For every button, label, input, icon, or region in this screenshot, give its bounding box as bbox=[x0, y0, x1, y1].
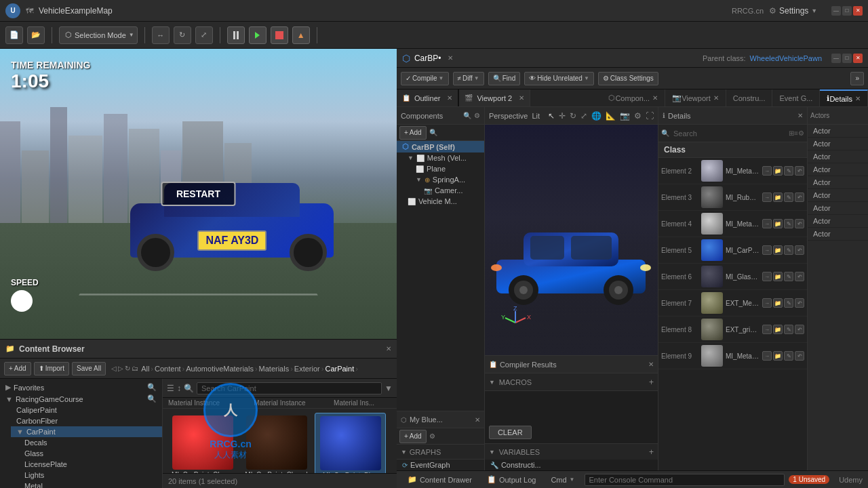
console-input[interactable] bbox=[585, 474, 785, 486]
actor-2[interactable]: Actor bbox=[808, 138, 868, 150]
sidebar-lights[interactable]: Lights bbox=[11, 470, 162, 481]
bp-tab-components[interactable]: ⬡ Compon... ✕ bbox=[601, 89, 665, 106]
rotate-mode-icon[interactable]: ↻ bbox=[570, 111, 576, 121]
search-icon[interactable]: 🔍 bbox=[147, 383, 157, 392]
sidebar-glass[interactable]: Glass bbox=[11, 448, 162, 459]
path-materials[interactable]: Materials bbox=[259, 365, 290, 373]
lit-label[interactable]: Lit bbox=[532, 112, 540, 120]
output-log-tab[interactable]: 📋 Output Log bbox=[481, 474, 541, 485]
diff-button[interactable]: ≠ Diff ▼ bbox=[453, 72, 484, 85]
elem7-reset-icon[interactable]: ↶ bbox=[795, 298, 804, 308]
variables-add-icon[interactable]: + bbox=[649, 447, 654, 457]
comp-spring[interactable]: ▼ ⊕ SpringA... bbox=[397, 174, 484, 185]
material-cherry[interactable]: MI_CarPaint_Cherry Material Instance bbox=[167, 413, 238, 473]
selection-mode-button[interactable]: ⬡ Selection Mode ▼ bbox=[59, 26, 138, 44]
bp-minimize[interactable]: — bbox=[831, 54, 841, 63]
class-settings-button[interactable]: ⚙ Class Settings bbox=[598, 72, 658, 85]
material-chocolat[interactable]: MI_CarPaint_Chocolat Material Instance bbox=[241, 413, 312, 473]
macros-add-icon[interactable]: + bbox=[649, 378, 654, 387]
details-search-input[interactable] bbox=[669, 128, 789, 139]
elem4-edit-icon[interactable]: ✎ bbox=[784, 219, 793, 228]
sidebar-carbon[interactable]: CarbonFiber bbox=[11, 415, 162, 426]
elem6-edit-icon[interactable]: ✎ bbox=[784, 272, 793, 281]
details-tab-close[interactable]: ✕ bbox=[855, 95, 861, 102]
graphs-expand[interactable]: ▼ bbox=[401, 449, 407, 455]
elem4-reset-icon[interactable]: ↶ bbox=[795, 219, 804, 228]
elem9-find-icon[interactable]: → bbox=[762, 351, 772, 361]
vp2-3d-view[interactable]: X Y Z bbox=[485, 125, 658, 355]
compile-button[interactable]: ✓ Compile ▼ bbox=[401, 72, 449, 85]
elem9-browse-icon[interactable]: 📁 bbox=[773, 351, 783, 361]
elem8-browse-icon[interactable]: 📁 bbox=[773, 325, 783, 334]
my-bp-close[interactable]: ✕ bbox=[475, 416, 480, 424]
outliner-close[interactable]: ✕ bbox=[447, 94, 452, 102]
nav-back[interactable]: ◁ bbox=[111, 365, 117, 372]
actor-3[interactable]: Actor bbox=[808, 150, 868, 163]
actor-4[interactable]: Actor bbox=[808, 163, 868, 176]
elem3-edit-icon[interactable]: ✎ bbox=[784, 192, 793, 202]
elem8-reset-icon[interactable]: ↶ bbox=[795, 325, 804, 334]
bp-tab-viewport[interactable]: 📷 Viewport ✕ bbox=[665, 89, 726, 106]
elem2-edit-icon[interactable]: ✎ bbox=[784, 166, 793, 176]
scale-button[interactable]: ⤢ bbox=[195, 26, 213, 44]
elem5-find-icon[interactable]: → bbox=[762, 245, 772, 255]
material-blue[interactable]: MI_CarPaint_Blue Material Instance bbox=[315, 413, 386, 473]
elem3-find-icon[interactable]: → bbox=[762, 192, 772, 202]
filter-icon[interactable]: ☰ bbox=[167, 384, 174, 393]
move-button[interactable]: ↔ bbox=[152, 26, 170, 44]
comp-camera[interactable]: 📷 Camer... bbox=[397, 185, 484, 196]
my-bp-add-button[interactable]: + Add bbox=[399, 430, 427, 443]
elem9-reset-icon[interactable]: ↶ bbox=[795, 351, 804, 361]
comp-tab-close[interactable]: ✕ bbox=[652, 94, 658, 102]
elem7-browse-icon[interactable]: 📁 bbox=[773, 298, 783, 308]
bp-tab-details[interactable]: ℹ Details ✕ bbox=[820, 89, 868, 106]
bp-window-close[interactable]: ✕ bbox=[853, 54, 863, 63]
sidebar-carpaint[interactable]: ▼ CarPaint bbox=[11, 426, 162, 437]
actor-7[interactable]: Actor bbox=[808, 202, 868, 215]
sidebar-favorites[interactable]: ▶ Favorites 🔍 bbox=[0, 382, 162, 393]
comp-vehicle[interactable]: ⬜ Vehicle M... bbox=[397, 196, 484, 207]
move-mode-icon[interactable]: ✛ bbox=[559, 111, 566, 121]
comp-add-search[interactable]: 🔍 bbox=[429, 129, 437, 136]
bp-more-button[interactable]: » bbox=[850, 72, 864, 85]
sidebar-decals[interactable]: Decals bbox=[11, 437, 162, 448]
actor-9[interactable]: Actor bbox=[808, 228, 868, 241]
det-grid-icon[interactable]: ⊞ bbox=[789, 129, 794, 137]
elem6-find-icon[interactable]: → bbox=[762, 272, 772, 281]
elem2-find-icon[interactable]: → bbox=[762, 166, 772, 176]
rotate-button[interactable]: ↻ bbox=[174, 26, 191, 44]
content-drawer-tab[interactable]: 📁 Content Drawer bbox=[402, 474, 477, 485]
maximize-icon[interactable]: ⛶ bbox=[646, 111, 654, 121]
sidebar-caliper[interactable]: CaliperPaint bbox=[11, 405, 162, 415]
macros-expand[interactable]: ▼ bbox=[489, 379, 495, 386]
cb-search-input[interactable] bbox=[197, 382, 382, 394]
pause-button[interactable] bbox=[227, 26, 245, 44]
perspective-label[interactable]: Perspective bbox=[489, 112, 528, 120]
snap-icon[interactable]: 📐 bbox=[606, 111, 616, 121]
elem2-reset-icon[interactable]: ↶ bbox=[795, 166, 804, 176]
world-local-icon[interactable]: 🌐 bbox=[591, 111, 601, 121]
elem7-find-icon[interactable]: → bbox=[762, 298, 772, 308]
settings-label[interactable]: Settings bbox=[779, 6, 808, 16]
root-search-icon[interactable]: 🔍 bbox=[147, 394, 157, 403]
cursor-mode-icon[interactable]: ↖ bbox=[548, 111, 555, 121]
vp-tab-close[interactable]: ✕ bbox=[713, 94, 719, 102]
open-button[interactable]: 📂 bbox=[27, 26, 45, 44]
bp-maximize[interactable]: □ bbox=[842, 54, 852, 63]
elem4-find-icon[interactable]: → bbox=[762, 219, 772, 228]
sidebar-metal[interactable]: Metal bbox=[11, 481, 162, 488]
comp-carbp[interactable]: ⬡ CarBP (Self) bbox=[397, 141, 484, 152]
path-all[interactable]: All bbox=[141, 365, 149, 373]
cam-speed-icon[interactable]: 📷 bbox=[620, 111, 630, 121]
viewport2-close[interactable]: ✕ bbox=[519, 94, 524, 102]
elem6-browse-icon[interactable]: 📁 bbox=[773, 272, 783, 281]
path-content[interactable]: Content bbox=[155, 365, 181, 373]
comp-settings-icon[interactable]: ⚙ bbox=[474, 112, 480, 119]
elem2-browse-icon[interactable]: 📁 bbox=[773, 166, 783, 176]
event-graph-item[interactable]: ⟳ EventGraph bbox=[397, 460, 484, 470]
det-settings-icon[interactable]: ⚙ bbox=[798, 129, 804, 137]
elem8-edit-icon[interactable]: ✎ bbox=[784, 325, 793, 334]
details-close[interactable]: ✕ bbox=[797, 112, 803, 119]
comp-add-button[interactable]: + Add bbox=[399, 126, 427, 140]
new-button[interactable]: 📄 bbox=[5, 26, 23, 44]
